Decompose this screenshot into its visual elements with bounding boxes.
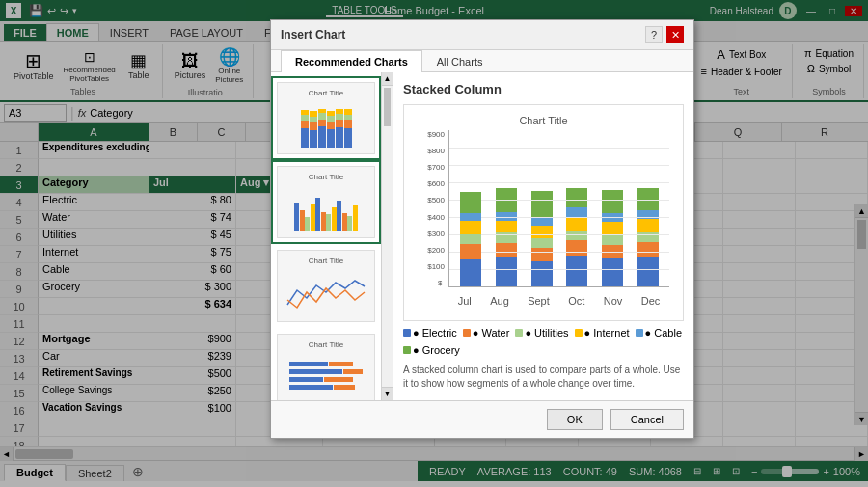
chart-thumb-bar[interactable]: Chart Title [271, 328, 381, 400]
x-label-dec: Dec [641, 295, 661, 307]
modal-close-btn[interactable]: ✕ [666, 26, 684, 43]
y-label-900: $900 [427, 130, 445, 139]
chart-thumb-stacked-col[interactable]: Chart Title [271, 76, 381, 160]
y-label-700: $700 [427, 163, 445, 172]
y-label-200: $200 [427, 246, 445, 255]
x-label-oct: Oct [568, 295, 584, 307]
x-label-nov: Nov [604, 295, 623, 307]
chart-legend: ● Electric ● Water ● Utilities ● Interne… [403, 327, 684, 356]
y-label-300: $300 [427, 230, 445, 238]
y-label-400: $400 [427, 213, 445, 222]
modal-overlay: Insert Chart ? ✕ Recommended Charts All … [0, 0, 868, 487]
y-label-600: $600 [427, 179, 445, 188]
chart-description: A stacked column chart is used to compar… [403, 364, 684, 391]
y-label-100: $100 [427, 262, 445, 271]
modal-title: Insert Chart [281, 28, 345, 41]
y-label-0: $- [438, 279, 445, 287]
legend-internet: ● Internet [584, 327, 630, 338]
chart-list-scroll-up[interactable]: ▲ [382, 72, 393, 86]
x-label-sept: Sept [528, 295, 550, 307]
chart-title: Chart Title [414, 115, 673, 126]
chart-thumb-clustered-col[interactable]: Chart Title [271, 160, 381, 244]
chart-type-name: Stacked Column [403, 82, 684, 96]
x-label-jul: Jul [458, 295, 472, 307]
y-label-500: $500 [427, 196, 445, 204]
modal-tab-all[interactable]: All Charts [422, 50, 498, 72]
legend-cable: ● Cable [645, 327, 682, 338]
chart-list-scroll-down[interactable]: ▼ [382, 387, 393, 400]
insert-chart-dialog: Insert Chart ? ✕ Recommended Charts All … [270, 19, 694, 439]
chart-thumb-line[interactable]: Chart Title [271, 244, 381, 328]
modal-tab-recommended[interactable]: Recommended Charts [281, 50, 422, 72]
bar-jul [460, 192, 481, 286]
legend-grocery: ● Grocery [413, 344, 460, 356]
chart-list-scroll-thumb[interactable] [384, 88, 391, 126]
legend-electric: ● Electric [413, 327, 457, 338]
modal-help-btn[interactable]: ? [645, 26, 663, 43]
cancel-button[interactable]: Cancel [610, 409, 684, 430]
ok-button[interactable]: OK [547, 409, 603, 430]
legend-utilities: ● Utilities [525, 327, 568, 338]
y-label-800: $800 [427, 147, 445, 155]
x-label-aug: Aug [490, 295, 509, 307]
legend-water: ● Water [473, 327, 510, 338]
